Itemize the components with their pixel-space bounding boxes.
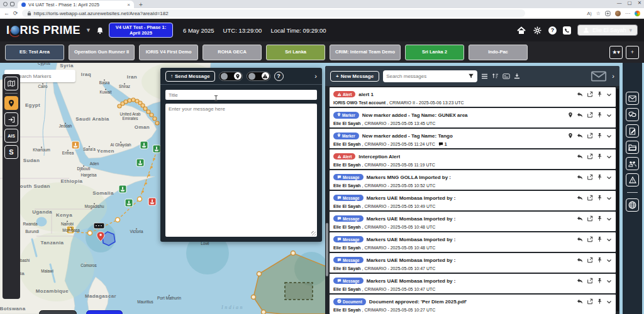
- message-row[interactable]: Alert alert 1 IORIS OWG Test account, CR…: [330, 87, 616, 107]
- contact-phone-icon[interactable]: [563, 26, 571, 35]
- documents-sidebar-button[interactable]: [626, 141, 639, 154]
- route-waypoint[interactable]: [116, 218, 120, 222]
- marker-dot[interactable]: [128, 99, 131, 102]
- area-tab[interactable]: ES: Test Area: [5, 45, 64, 60]
- browser-avatar[interactable]: [615, 11, 621, 16]
- chat-sidebar-button[interactable]: [626, 108, 639, 121]
- message-row[interactable]: Marker New marker added - Tag Name: Tang…: [330, 129, 616, 148]
- alerts-sidebar-button[interactable]: [626, 173, 639, 187]
- pin-icon[interactable]: [597, 130, 602, 141]
- message-row[interactable]: Message Markers UAE Mombasa Imported by …: [330, 232, 616, 252]
- ship-marker[interactable]: [72, 141, 79, 149]
- id-card-icon[interactable]: [502, 73, 510, 79]
- reply-icon[interactable]: [577, 234, 583, 245]
- marker-dot[interactable]: [131, 98, 135, 102]
- messages-collapse-icon[interactable]: ›: [612, 72, 614, 80]
- messages-search-box[interactable]: [383, 70, 477, 82]
- app-logo[interactable]: IRIS PRIME: [6, 24, 80, 37]
- forward-icon[interactable]: [587, 89, 593, 100]
- refresh-button[interactable]: ⟳: [13, 10, 18, 16]
- event-button[interactable]: V4 UAT Test - Phase 1: April 2025: [109, 23, 173, 38]
- download-icon[interactable]: [514, 73, 520, 79]
- forward-icon[interactable]: [587, 130, 593, 141]
- expand-icon[interactable]: [606, 171, 612, 183]
- reply-icon[interactable]: [577, 130, 583, 141]
- reply-icon[interactable]: [577, 109, 583, 121]
- logo-dropdown-icon[interactable]: ▼: [86, 27, 91, 33]
- pin-icon[interactable]: [597, 109, 602, 121]
- pin-icon[interactable]: [597, 171, 602, 183]
- reply-icon[interactable]: [577, 296, 583, 307]
- expand-icon[interactable]: [606, 192, 612, 203]
- list-view-icon[interactable]: [481, 73, 488, 79]
- expand-icon[interactable]: [606, 275, 612, 286]
- pin-icon[interactable]: [597, 234, 602, 245]
- address-bar[interactable]: https://ioris-webapp-uat.azurewebsites.n…: [22, 9, 525, 17]
- ais-button[interactable]: AIS: [4, 129, 18, 143]
- messages-sidebar-button[interactable]: [626, 92, 639, 105]
- team-sidebar-button[interactable]: [626, 157, 639, 170]
- reply-icon[interactable]: [577, 89, 583, 100]
- messages-scrollbar[interactable]: [616, 89, 619, 311]
- tab-close-icon[interactable]: ×: [127, 2, 130, 8]
- area-tab[interactable]: IORIS V4 First Demo: [139, 45, 198, 60]
- expand-icon[interactable]: [606, 296, 612, 307]
- reply-icon[interactable]: [577, 275, 583, 286]
- bookmark-icon[interactable]: ☆: [596, 11, 601, 16]
- area-tab[interactable]: Sri Lanka: [266, 45, 325, 60]
- pin-icon[interactable]: [597, 151, 602, 162]
- search-markers-input[interactable]: [16, 73, 72, 79]
- comment-count[interactable]: 1: [438, 142, 447, 146]
- polygon-vertex-handle[interactable]: [262, 310, 266, 314]
- area-tab[interactable]: CRIM: Internal Team Demo: [330, 45, 401, 60]
- marker-dot[interactable]: [153, 117, 157, 121]
- new-tab-button[interactable]: +: [139, 1, 143, 8]
- bottom-action-pill[interactable]: [86, 310, 123, 314]
- expand-icon[interactable]: [606, 254, 612, 266]
- import-button[interactable]: [4, 112, 18, 126]
- minimize-button[interactable]: —: [617, 0, 622, 6]
- compose-collapse-icon[interactable]: ›: [314, 72, 317, 80]
- message-row[interactable]: Message Markers UAE Mombasa Imported by …: [330, 253, 616, 273]
- home-icon[interactable]: [517, 26, 526, 35]
- add-area-button[interactable]: +: [626, 46, 639, 59]
- expand-icon[interactable]: [606, 109, 612, 121]
- ship-marker[interactable]: [136, 159, 144, 166]
- forward-icon[interactable]: [587, 275, 593, 286]
- notes-sidebar-button[interactable]: [626, 124, 639, 138]
- message-row[interactable]: Message Markers MNG GOLLA Imported by : …: [330, 170, 616, 190]
- forward-icon[interactable]: [587, 192, 593, 203]
- marker-dot[interactable]: [124, 100, 128, 104]
- polygon-vertex-handle[interactable]: [257, 272, 262, 276]
- globe-sidebar-button[interactable]: [626, 198, 639, 212]
- area-tab[interactable]: Sri Lanka 2: [405, 45, 464, 60]
- pin-icon[interactable]: [597, 192, 602, 203]
- messages-scrollbar-left[interactable]: [326, 223, 328, 276]
- workspace-icon[interactable]: [10, 2, 14, 6]
- forward-icon[interactable]: [587, 171, 593, 183]
- messages-search-input[interactable]: [386, 73, 465, 79]
- read-aloud-icon[interactable]: A): [587, 11, 592, 16]
- reply-icon[interactable]: [577, 171, 583, 183]
- expand-icon[interactable]: [606, 89, 612, 100]
- expand-icon[interactable]: [606, 213, 612, 224]
- user-menu-button[interactable]: Elie El Sayah ▾: [577, 24, 638, 36]
- sort-icon[interactable]: [492, 73, 499, 79]
- back-button[interactable]: ←: [4, 10, 9, 16]
- ship-marker[interactable]: [119, 185, 126, 193]
- forward-icon[interactable]: [587, 296, 593, 307]
- message-row[interactable]: Alert Interception Alert Elie El Sayah, …: [330, 149, 616, 169]
- area-tab[interactable]: ROHA GECA: [203, 45, 262, 60]
- filter-funnel-icon[interactable]: [468, 73, 474, 79]
- ship-marker[interactable]: [153, 145, 160, 153]
- pin-icon[interactable]: [597, 89, 602, 100]
- message-row[interactable]: Document Document approved: 'Per Diem 20…: [330, 295, 616, 314]
- copilot-icon[interactable]: [635, 11, 640, 16]
- settings-gear-icon[interactable]: [533, 26, 542, 35]
- message-title-input[interactable]: [165, 90, 317, 100]
- browser-tab[interactable]: V4 UAT Test - Phase 1: April 2025 ×: [18, 1, 134, 8]
- convoy-marker[interactable]: [94, 223, 104, 229]
- browser-menu-icon[interactable]: ⋯: [625, 11, 630, 16]
- pin-icon[interactable]: [597, 213, 602, 224]
- message-body-input[interactable]: [165, 104, 317, 237]
